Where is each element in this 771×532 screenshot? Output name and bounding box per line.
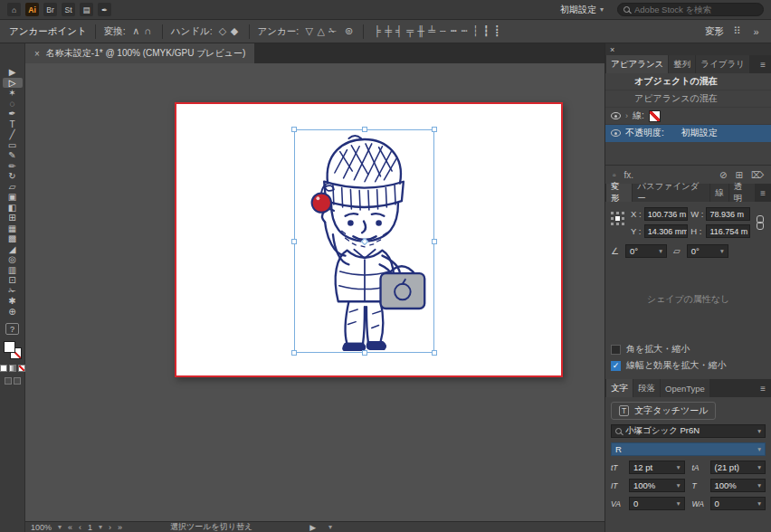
h-input[interactable]: 116.754 m [706,224,750,238]
kerning-combo[interactable]: 0 ▾ [629,497,685,510]
selection-handle-nw[interactable] [291,127,297,132]
tab-transform[interactable]: 変形 [606,184,632,202]
gradient-button[interactable] [9,365,16,372]
artboard[interactable] [175,102,563,377]
clear-appearance-icon[interactable]: ⊘ [719,170,727,180]
fx-button[interactable]: fx. [624,170,634,180]
font-style-combo[interactable]: R ▾ [611,442,766,456]
x-input[interactable]: 100.736 m [644,207,689,221]
expand-arrow-icon[interactable]: › [625,111,628,120]
distribute-center-icon[interactable]: ┇ [481,25,491,37]
panel-close-button[interactable]: × [610,45,614,54]
stock-app-icon[interactable]: St [62,3,75,16]
duplicate-item-icon[interactable]: ⊞ [735,170,742,180]
vertical-scale-combo[interactable]: 100% ▾ [629,479,685,492]
selection-handle-se[interactable] [432,350,437,356]
workspace-switcher[interactable]: 初期設定 ▾ [560,4,604,16]
eyedropper-tool[interactable]: ◢ [3,244,23,255]
convert-to-smooth-icon[interactable]: ∩ [142,25,154,36]
visibility-eye-icon[interactable] [611,112,621,119]
selection-handle-ne[interactable] [432,127,437,132]
distribute-middle-icon[interactable]: ┅ [448,25,459,37]
show-handles-icon[interactable]: ◇ [217,25,229,37]
delete-item-icon[interactable]: ⌦ [751,170,764,180]
pen-tool[interactable]: ✒ [3,109,23,119]
next-artboard-icon[interactable]: › [109,523,111,532]
slice-tool[interactable]: ✁ [3,286,23,297]
scale-strokes-option[interactable]: ✓ 線幅と効果を拡大・縮小 [611,357,766,374]
selection-handle-n[interactable] [362,127,367,132]
reference-point-8[interactable] [622,223,624,225]
pencil-tool[interactable]: ✏ [3,161,23,172]
ai-app-icon[interactable]: Ai [25,3,39,16]
selection-handle-e[interactable] [432,239,437,244]
status-chevron-icon[interactable]: ▾ [328,523,332,531]
leading-combo[interactable]: (21 pt) ▾ [710,461,766,474]
shape-builder-tool[interactable]: ◧ [3,203,23,214]
zoom-tool[interactable]: ⊕ [3,307,23,318]
screen-mode-button[interactable] [14,377,21,385]
search-input[interactable] [634,5,757,14]
touch-type-tool-button[interactable]: T 文字タッチツール [611,402,716,420]
tab-libraries[interactable]: ライブラリ [696,55,749,73]
rotate-tool[interactable]: ↻ [3,171,23,182]
distribute-left-icon[interactable]: ┆ [470,25,481,37]
reference-point-locator[interactable] [611,212,625,226]
cut-path-icon[interactable]: ✁ [327,25,338,37]
align-left-icon[interactable]: ╞ [372,25,383,36]
tab-character[interactable]: 文字 [606,379,633,397]
color-button[interactable] [0,365,7,372]
free-transform-tool[interactable]: ▣ [3,192,23,203]
tab-transparency[interactable]: 透明 [729,184,755,202]
zoom-level[interactable]: 100% [31,523,52,532]
tab-opentype[interactable]: OpenType [661,379,709,397]
draw-mode-button[interactable] [5,377,12,385]
scale-corners-checkbox[interactable] [611,345,621,355]
stock-search[interactable] [617,3,764,16]
hide-handles-icon[interactable]: ◆ [229,25,241,37]
shear-combo[interactable]: 0° ▾ [687,244,728,258]
artboard-number[interactable]: 1 [88,523,92,532]
reference-point-1[interactable] [616,212,619,214]
tab-align[interactable]: 整列 [669,55,695,73]
tab-appearance[interactable]: アピアランス [606,55,668,73]
scale-strokes-checkbox[interactable]: ✓ [611,361,621,371]
prev-artboard-icon[interactable]: ‹ [79,523,81,532]
direct-selection-tool[interactable]: ▷ [3,78,23,89]
panel-menu-icon[interactable]: ≡ [755,379,771,397]
transform-panel-label[interactable]: 変形 [705,25,724,38]
bridge-app-icon[interactable]: Br [43,3,57,16]
perspective-grid-tool[interactable]: ⊞ [3,213,23,223]
remove-anchor-icon[interactable]: ▽ [303,25,315,37]
convert-to-corner-icon[interactable]: ∧ [130,25,142,37]
artboard-tool[interactable]: ⊡ [3,275,23,286]
mesh-tool[interactable]: ▦ [3,223,23,234]
opacity-row[interactable]: 不透明度: 初期設定 [605,125,771,142]
fill-color-swatch[interactable] [4,341,15,353]
panel-menu-icon[interactable]: ≡ [755,55,771,73]
rectangle-tool[interactable]: ▭ [3,140,23,151]
zoom-chevron-icon[interactable]: ▾ [58,523,62,531]
type-tool[interactable]: T [3,119,23,130]
constrain-proportions-icon[interactable] [756,215,764,230]
reference-point-7[interactable] [616,223,619,225]
distribute-top-icon[interactable]: ┄ [437,25,448,37]
visibility-eye-icon[interactable] [611,129,621,137]
align-top-icon[interactable]: ╤ [405,25,415,36]
scale-corners-option[interactable]: 角を拡大・縮小 [611,341,766,357]
align-right-icon[interactable]: ╡ [394,25,405,36]
stroke-none-swatch[interactable] [649,110,661,122]
rotate-combo[interactable]: 0° ▾ [625,244,667,258]
selection-handle-w[interactable] [291,239,297,244]
blend-tool[interactable]: ◎ [3,254,23,265]
tab-pathfinder[interactable]: パスファインダー [633,184,709,202]
first-artboard-icon[interactable]: « [68,523,72,532]
reference-point-3[interactable] [611,217,614,220]
lasso-tool[interactable]: ◌ [3,99,23,109]
hand-tool[interactable]: ✱ [3,296,23,307]
canvas[interactable] [25,63,604,521]
reference-point-6[interactable] [611,223,614,225]
collapse-panels-icon[interactable]: » [750,26,762,37]
last-artboard-icon[interactable]: » [118,523,122,532]
pen-nib-icon[interactable]: ✒ [98,3,111,16]
